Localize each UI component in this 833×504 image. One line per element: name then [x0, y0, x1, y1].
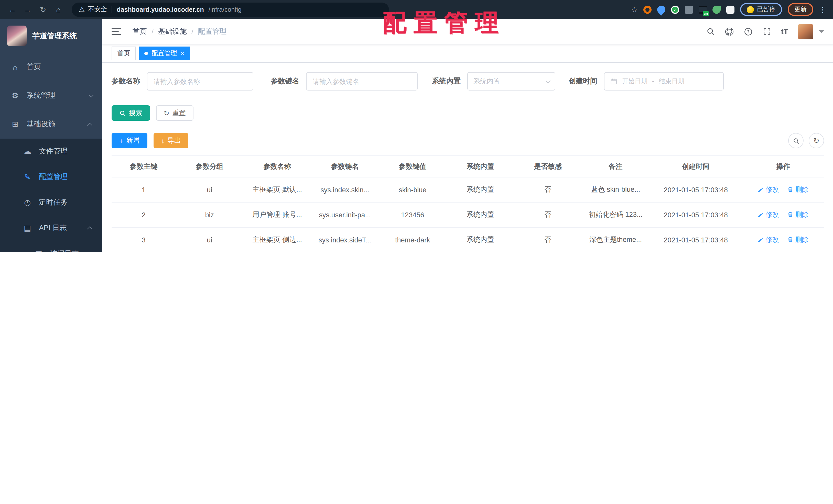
date-range-picker[interactable]: 开始日期 - 结束日期	[604, 72, 724, 91]
font-size-icon[interactable]: tT	[781, 27, 788, 36]
cell-sensitive: 否	[514, 202, 582, 227]
toggle-search-button[interactable]	[788, 133, 804, 148]
browser-home-icon[interactable]: ⌂	[52, 5, 65, 14]
param-name-input[interactable]	[147, 72, 253, 91]
trash-icon	[787, 236, 793, 243]
cell-created: 2021-01-05 17:03:48	[649, 227, 742, 252]
user-avatar[interactable]	[798, 24, 813, 39]
trash-icon	[787, 211, 793, 218]
search-icon	[119, 110, 126, 116]
security-label: 不安全	[88, 5, 107, 14]
extension-grid-icon[interactable]	[685, 5, 693, 14]
delete-link[interactable]: 删除	[787, 210, 809, 219]
cell-remark: 蓝色 skin-blue...	[582, 177, 649, 202]
collapse-sidebar-icon[interactable]	[112, 28, 121, 35]
cell-created: 2021-01-05 17:03:48	[649, 202, 742, 227]
cell-name: 用户管理-账号...	[243, 202, 311, 227]
extension-ring-icon[interactable]	[643, 5, 651, 14]
param-key-input[interactable]	[306, 72, 418, 91]
browser-chrome: ← → ↻ ⌂ ⚠ 不安全 dashboard.yudao.iocoder.cn…	[0, 0, 833, 19]
navbar-actions: ? tT	[706, 24, 824, 39]
breadcrumb-infra[interactable]: 基础设施	[158, 27, 187, 36]
sidebar-item-label: 访问日志	[50, 249, 79, 252]
sidebar-item-label: 基础设施	[27, 120, 55, 129]
delete-link[interactable]: 删除	[787, 235, 809, 245]
sidebar-item-config[interactable]: ✎ 配置管理	[0, 164, 102, 190]
sidebar-item-job[interactable]: ◷ 定时任务	[0, 190, 102, 215]
breadcrumb: 首页 / 基础设施 / 配置管理	[133, 27, 227, 36]
edit-link[interactable]: 修改	[758, 235, 779, 245]
bookmark-star-icon[interactable]: ☆	[631, 5, 638, 14]
refresh-table-button[interactable]: ↻	[809, 133, 824, 148]
table-header-row: 参数主键 参数分组 参数名称 参数键名 参数键值 系统内置 是否敏感 备注 创建…	[112, 156, 824, 177]
extensions-puzzle-icon[interactable]	[726, 5, 735, 14]
add-label: 新增	[126, 136, 140, 145]
cell-value: 123456	[379, 202, 446, 227]
url-path: /infra/config	[209, 6, 242, 13]
address-bar[interactable]: ⚠ 不安全 dashboard.yudao.iocoder.cn/infra/c…	[72, 2, 389, 17]
search-button[interactable]: 搜索	[112, 105, 150, 121]
date-start-placeholder: 开始日期	[622, 77, 647, 86]
edit-square-icon: ✎	[23, 172, 32, 181]
app-logo[interactable]: 芋道管理系统	[0, 19, 102, 53]
fullscreen-icon[interactable]	[763, 27, 771, 36]
help-icon[interactable]: ?	[744, 27, 753, 36]
tab-home[interactable]: 首页	[112, 47, 136, 60]
browser-menu-icon[interactable]: ⋮	[819, 5, 827, 14]
breadcrumb-separator: /	[151, 27, 153, 35]
breadcrumb-home[interactable]: 首页	[133, 27, 147, 36]
close-icon[interactable]: ×	[181, 50, 184, 56]
sidebar-submenu-infra: ☁ 文件管理 ✎ 配置管理 ◷ 定时任务 ▤ API 日志	[0, 138, 102, 252]
delete-label: 删除	[795, 210, 809, 219]
update-browser-button[interactable]: 更新	[788, 3, 813, 16]
extension-check-icon[interactable]: ✓	[671, 5, 679, 14]
log-icon: ▤	[23, 224, 32, 233]
reset-button[interactable]: ↻ 重置	[156, 105, 193, 121]
col-header: 系统内置	[446, 156, 514, 177]
edit-link[interactable]: 修改	[758, 210, 779, 220]
table-row: 3 ui 主框架页-侧边... sys.index.sideT... theme…	[112, 227, 824, 252]
cell-id: 2	[112, 202, 176, 227]
sidebar-item-label: 文件管理	[39, 147, 68, 156]
extension-sprout-icon[interactable]	[712, 5, 721, 14]
sidebar-item-api-log[interactable]: ▤ API 日志	[0, 215, 102, 241]
sidebar-item-system[interactable]: ⚙ 系统管理	[0, 81, 102, 110]
add-button[interactable]: + 新增	[112, 133, 147, 148]
sidebar-item-infra[interactable]: ⊞ 基础设施	[0, 110, 102, 138]
screen: ← → ↻ ⌂ ⚠ 不安全 dashboard.yudao.iocoder.cn…	[0, 0, 833, 252]
sidebar-item-label: API 日志	[39, 224, 67, 233]
extension-translate-icon[interactable]: cn	[699, 5, 707, 14]
sidebar-item-file[interactable]: ☁ 文件管理	[0, 138, 102, 164]
calendar-icon	[610, 78, 617, 85]
builtin-select[interactable]: 系统内置	[467, 72, 555, 91]
edit-label: 修改	[766, 210, 779, 220]
paused-pill-button[interactable]: 已暂停	[740, 3, 782, 16]
top-navbar: 首页 / 基础设施 / 配置管理 ?	[102, 19, 833, 45]
github-icon[interactable]	[725, 27, 734, 36]
gear-icon: ⚙	[10, 91, 20, 100]
sidebar-item-access-log[interactable]: ▤ 访问日志	[0, 241, 102, 252]
browser-reload-icon[interactable]: ↻	[37, 5, 49, 14]
monitor-icon: ⊞	[10, 120, 20, 129]
browser-back-icon[interactable]: ←	[6, 5, 19, 14]
tab-config[interactable]: 配置管理 ×	[139, 47, 190, 60]
search-icon[interactable]	[706, 27, 715, 36]
extension-pin-icon[interactable]	[656, 4, 667, 15]
breadcrumb-separator: /	[191, 27, 193, 35]
avatar-caret-icon[interactable]	[819, 30, 824, 33]
browser-forward-icon[interactable]: →	[22, 5, 34, 14]
update-label: 更新	[794, 5, 807, 14]
edit-link[interactable]: 修改	[758, 185, 779, 195]
col-header: 备注	[582, 156, 649, 177]
home-icon: ⌂	[10, 62, 20, 71]
page-content: 参数名称 参数键名 系统内置 系统内置 创建时间 开始日期 - 结束日期	[102, 63, 833, 252]
cell-remark: 初始化密码 123...	[582, 202, 649, 227]
delete-link[interactable]: 删除	[787, 185, 809, 194]
col-header: 参数键名	[311, 156, 379, 177]
security-status[interactable]: ⚠ 不安全	[79, 5, 107, 14]
laughing-emoji-icon	[747, 6, 754, 13]
plus-icon: +	[119, 137, 123, 144]
sidebar-item-home[interactable]: ⌂ 首页	[0, 53, 102, 81]
cell-value: skin-blue	[379, 177, 446, 202]
export-button[interactable]: ↓ 导出	[153, 133, 188, 148]
